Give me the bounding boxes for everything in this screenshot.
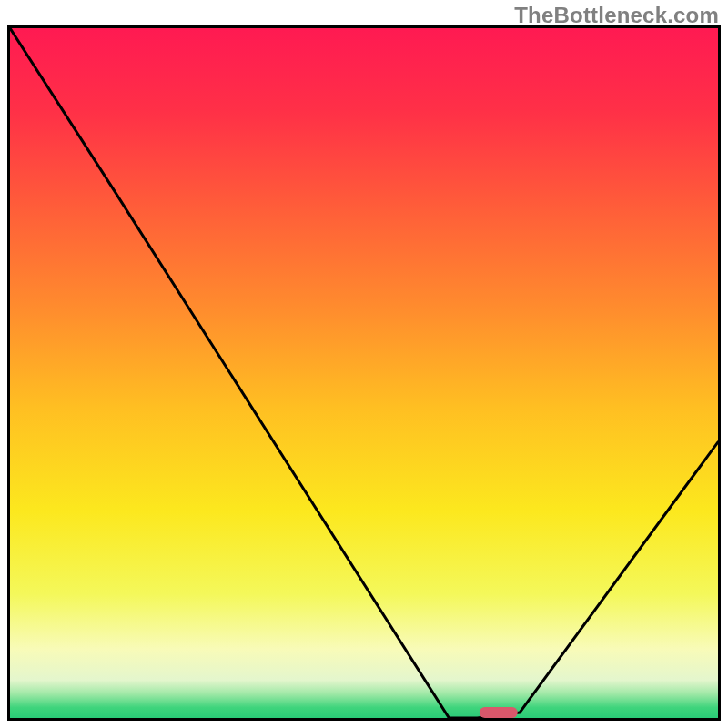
chart-background <box>10 28 718 718</box>
watermark-text: TheBottleneck.com <box>514 3 719 28</box>
chart-frame <box>7 25 721 721</box>
chart-canvas <box>10 28 718 718</box>
optimal-marker <box>480 707 518 718</box>
